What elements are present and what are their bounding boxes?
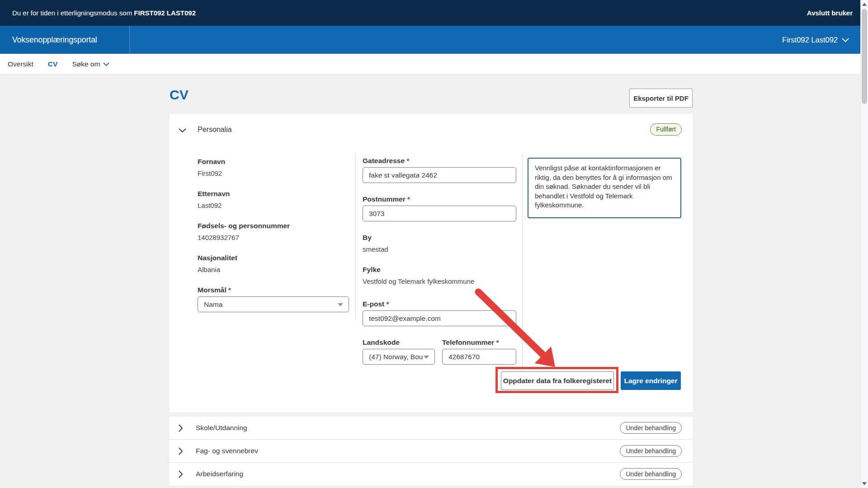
user-menu[interactable]: First092 Last092 (782, 26, 849, 54)
scrollbar-up-arrow triangle-up-icon[interactable] (862, 3, 867, 6)
field-by: By smestad (363, 233, 516, 253)
export-pdf-button[interactable]: Eksporter til PDF (629, 89, 693, 108)
required-asterisk: * (496, 338, 499, 346)
update-from-folkeregister-button[interactable]: Oppdater data fra folkeregisteret (501, 371, 614, 390)
required-asterisk: * (407, 195, 410, 203)
required-asterisk: * (406, 157, 409, 164)
status-badge-under-behandling: Under behandling (620, 445, 682, 457)
column-divider (522, 154, 523, 382)
required-asterisk: * (228, 286, 231, 294)
epost-input[interactable] (363, 310, 516, 326)
field-personnummer: Fødsels- og personnummer 14028932767 (198, 221, 349, 242)
nav-item-oversikt[interactable]: Oversikt (8, 60, 33, 68)
chevron-right-icon (179, 424, 183, 434)
impersonation-message: Du er for tiden i etterligningsmodus som… (12, 0, 196, 26)
field-morsmal: Morsmål * Nama (198, 286, 349, 312)
chevron-down-icon (103, 60, 109, 68)
exit-impersonation-link[interactable]: Avslutt bruker (807, 0, 853, 26)
personalia-section-title[interactable]: Personalia (198, 126, 232, 134)
chevron-down-icon (842, 36, 849, 44)
user-menu-label: First092 Last092 (782, 36, 838, 44)
app-header: Voksenopplæringsportal First092 Last092 (0, 26, 868, 54)
status-badge-under-behandling: Under behandling (620, 468, 682, 480)
required-asterisk: * (387, 300, 389, 308)
field-nasjonalitet: Nasjonalitet Albania (198, 253, 349, 274)
field-epost: E-post * (363, 300, 516, 326)
impersonation-bar: Du er for tiden i etterligningsmodus som… (0, 0, 868, 26)
field-postnummer: Postnummer * (363, 195, 516, 221)
landskode-select[interactable]: (47) Norway, Bou (363, 349, 435, 365)
section-row-skole-utdanning[interactable]: Skole/Utdanning Under behandling (170, 417, 693, 440)
chevron-down-icon[interactable] (179, 127, 186, 135)
morsmal-select[interactable]: Nama (198, 296, 349, 312)
field-telefonnummer: Telefonnummer * (442, 338, 516, 365)
column-divider (355, 154, 355, 320)
field-fylke: Fylke Vestfold og Telemark fylkeskommune (363, 265, 516, 286)
contact-info-notice: Vennligst påse at kontaktinformasjonen e… (528, 158, 681, 218)
save-changes-button[interactable]: Lagre endringer (621, 371, 681, 390)
page-title: CV (170, 87, 189, 103)
field-landskode: Landskode (47) Norway, Bou (363, 338, 435, 365)
nav-item-soke-om[interactable]: Søke om (72, 60, 109, 68)
chevron-right-icon (179, 447, 183, 457)
postnummer-input[interactable] (363, 206, 516, 221)
triangle-down-icon (338, 303, 343, 306)
cv-sections-list: Skole/Utdanning Under behandling Fag- og… (170, 417, 693, 486)
status-badge-under-behandling: Under behandling (620, 422, 682, 434)
status-badge-fullfort: Fullført (650, 123, 682, 136)
field-gateadresse: Gateadresse * (363, 156, 516, 183)
app-title[interactable]: Voksenopplæringsportal (0, 26, 130, 54)
impersonation-message-prefix: Du er for tiden i etterligningsmodus som (12, 9, 134, 17)
main-nav: Oversikt CV Søke om (0, 54, 868, 75)
telefonnummer-input[interactable] (442, 349, 516, 365)
personalia-left-column: Fornavn First092 Etternavn Last092 Fødse… (198, 157, 349, 324)
triangle-down-icon (424, 356, 429, 359)
personalia-card: Personalia Fullført Fornavn First092 Ett… (170, 114, 693, 412)
field-fornavn: Fornavn First092 (198, 157, 349, 178)
phone-row: Landskode (47) Norway, Bou Telefonnummer… (363, 338, 516, 365)
section-row-arbeidserfaring[interactable]: Arbeidserfaring Under behandling (170, 463, 693, 486)
personalia-middle-column: Gateadresse * Postnummer * By smestad Fy… (363, 156, 516, 365)
chevron-right-icon (179, 470, 183, 480)
gateadresse-input[interactable] (363, 167, 516, 183)
scrollbar-thumb[interactable] (862, 9, 867, 104)
field-etternavn: Etternavn Last092 (198, 189, 349, 210)
screen: Du er for tiden i etterligningsmodus som… (0, 0, 868, 488)
vertical-scrollbar[interactable] (860, 0, 868, 488)
section-row-fag-og-svennebrev[interactable]: Fag- og svennebrev Under behandling (170, 440, 693, 463)
scrollbar-down-arrow triangle-down-icon[interactable] (862, 482, 867, 485)
nav-item-cv[interactable]: CV (48, 60, 58, 68)
impersonated-user-name: FIRST092 LAST092 (134, 9, 196, 17)
